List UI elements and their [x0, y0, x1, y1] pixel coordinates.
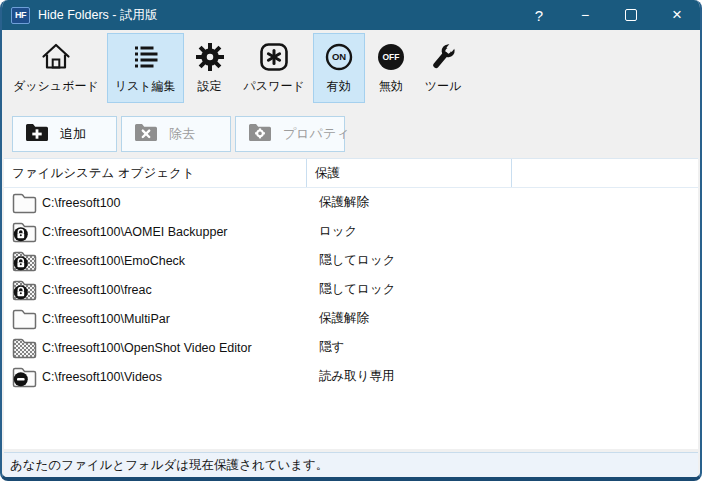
- toolbar-item-label: 設定: [198, 78, 222, 95]
- toolbar-item-label: 無効: [379, 78, 403, 95]
- maximize-button[interactable]: [608, 0, 654, 30]
- home-icon: [38, 39, 74, 75]
- app-icon: HF: [11, 7, 30, 24]
- list-edit-icon: [127, 39, 163, 75]
- list-header: ファイルシステム オブジェクト 保護: [4, 159, 698, 188]
- properties-button[interactable]: プロパティ: [235, 116, 345, 152]
- table-row[interactable]: C:\freesoft100\OpenShot Video Editor 隠す: [4, 333, 698, 362]
- toolbar-item-label: ダッシュボード: [13, 78, 99, 95]
- password-icon: [256, 39, 292, 75]
- protection-status: 読み取り専用: [311, 368, 516, 385]
- close-button[interactable]: ×: [654, 0, 700, 30]
- toolbar-item-dashboard[interactable]: ダッシュボード: [5, 33, 107, 103]
- gear-icon: [192, 39, 228, 75]
- folder-readonly-icon: [12, 366, 38, 388]
- toolbar-item-list-edit[interactable]: リスト編集: [107, 33, 184, 103]
- folder-plain-icon: [12, 192, 38, 214]
- main-toolbar: ダッシュボード リスト編集: [2, 30, 700, 110]
- table-row[interactable]: C:\freesoft100\Videos 読み取り専用: [4, 362, 698, 391]
- folder-hidden-icon: [12, 337, 38, 359]
- svg-text:ON: ON: [332, 51, 346, 62]
- window-title: Hide Folders - 試用版: [38, 7, 516, 24]
- protection-status: 隠す: [311, 339, 516, 356]
- remove-button[interactable]: 除去: [121, 116, 231, 152]
- folder-hidden-lock-icon: [12, 279, 38, 301]
- add-button-label: 追加: [60, 125, 86, 143]
- folder-plain-icon: [12, 308, 38, 330]
- toolbar-item-label: 有効: [327, 78, 351, 95]
- toolbar-item-label: リスト編集: [115, 78, 176, 95]
- table-row[interactable]: C:\freesoft100\freac 隠してロック: [4, 275, 698, 304]
- add-folder-icon: [25, 123, 49, 146]
- toolbar-item-disable[interactable]: OFF 無効: [365, 33, 417, 103]
- folder-hidden-lock-icon: [12, 250, 38, 272]
- remove-button-label: 除去: [169, 125, 195, 143]
- file-path: C:\freesoft100\OpenShot Video Editor: [38, 341, 311, 355]
- toolbar-item-label: パスワード: [244, 78, 305, 95]
- title-bar: HF Hide Folders - 試用版 ? − ×: [2, 0, 700, 30]
- toolbar-item-password[interactable]: パスワード: [236, 33, 313, 103]
- help-icon: ?: [535, 7, 543, 24]
- protection-status: 保護解除: [311, 310, 516, 327]
- hide-folders-window: HF Hide Folders - 試用版 ? − × ダッシュボード: [0, 0, 702, 481]
- column-header-filesystem-object[interactable]: ファイルシステム オブジェクト: [4, 159, 307, 187]
- toolbar-item-settings[interactable]: 設定: [184, 33, 236, 103]
- protection-status: ロック: [311, 223, 516, 240]
- close-icon: ×: [672, 5, 682, 25]
- protection-status: 隠してロック: [311, 252, 516, 269]
- file-path: C:\freesoft100\freac: [38, 283, 311, 297]
- file-list: ファイルシステム オブジェクト 保護 C:\freesoft100 保護解除: [4, 158, 698, 449]
- toolbar-item-tools[interactable]: ツール: [417, 33, 470, 103]
- file-path: C:\freesoft100\AOMEI Backupper: [38, 225, 311, 239]
- toolbar-item-enable[interactable]: ON 有効: [313, 33, 365, 103]
- table-row[interactable]: C:\freesoft100\EmoCheck 隠してロック: [4, 246, 698, 275]
- maximize-icon: [625, 9, 637, 21]
- file-path: C:\freesoft100\EmoCheck: [38, 254, 311, 268]
- minimize-icon: −: [581, 7, 589, 23]
- file-path: C:\freesoft100\MultiPar: [38, 312, 311, 326]
- folder-lock-icon: [12, 221, 38, 243]
- file-path: C:\freesoft100\Videos: [38, 370, 311, 384]
- minimize-button[interactable]: −: [562, 0, 608, 30]
- properties-folder-icon: [248, 123, 272, 146]
- status-bar: あなたのファイルとフォルダは現在保護されています。: [4, 452, 698, 477]
- table-row[interactable]: C:\freesoft100\AOMEI Backupper ロック: [4, 217, 698, 246]
- off-icon: OFF: [373, 39, 409, 75]
- file-path: C:\freesoft100: [38, 196, 311, 210]
- remove-folder-icon: [134, 123, 158, 146]
- properties-button-label: プロパティ: [283, 125, 350, 143]
- column-header-empty[interactable]: [512, 159, 698, 187]
- svg-text:OFF: OFF: [382, 52, 399, 62]
- on-icon: ON: [321, 39, 357, 75]
- add-button[interactable]: 追加: [12, 116, 117, 152]
- protection-status: 保護解除: [311, 194, 516, 211]
- table-row[interactable]: C:\freesoft100 保護解除: [4, 188, 698, 217]
- protection-status: 隠してロック: [311, 281, 516, 298]
- help-button[interactable]: ?: [516, 0, 562, 30]
- column-header-protection[interactable]: 保護: [307, 159, 512, 187]
- toolbar-item-label: ツール: [425, 78, 462, 95]
- table-row[interactable]: C:\freesoft100\MultiPar 保護解除: [4, 304, 698, 333]
- wrench-icon: [425, 39, 461, 75]
- action-bar: 追加 除去: [2, 110, 700, 158]
- status-message: あなたのファイルとフォルダは現在保護されています。: [10, 457, 328, 474]
